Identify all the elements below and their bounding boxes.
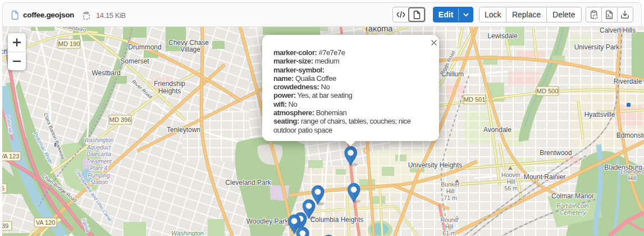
svg-text:Calvert Hills: Calvert Hills (600, 26, 636, 34)
svg-text:Mount Rainier: Mount Rainier (524, 173, 566, 181)
svg-text:Avondale: Avondale (483, 126, 511, 134)
svg-text:Round: Round (441, 216, 458, 223)
svg-text:Village: Village (180, 46, 200, 53)
svg-text:University Heights: University Heights (408, 161, 463, 169)
svg-text:Hill: Hill (507, 178, 515, 185)
svg-text:VA 120: VA 120 (36, 219, 56, 226)
svg-text:Lowndes: Lowndes (620, 168, 644, 175)
svg-text:Washington: Washington (171, 230, 204, 236)
svg-text:Tenleytown: Tenleytown (167, 126, 200, 134)
svg-text:Washington: Washington (84, 137, 114, 143)
svg-text:Hill: Hill (445, 223, 454, 230)
svg-text:Westbard: Westbard (92, 69, 120, 77)
svg-text:Colmar Manor: Colmar Manor (551, 192, 594, 200)
svg-text:Heights: Heights (158, 87, 181, 95)
svg-text:Woodley Park: Woodley Park (246, 217, 289, 225)
svg-text:61 m: 61 m (442, 230, 456, 236)
svg-text:Drummond: Drummond (128, 43, 161, 51)
svg-text:Cleveland Park: Cleveland Park (225, 179, 271, 187)
svg-text:Treatment: Treatment (86, 158, 112, 165)
svg-text:MD 500: MD 500 (537, 88, 559, 94)
svg-text:Bunker: Bunker (441, 181, 460, 188)
svg-text:Takoma: Takoma (364, 26, 394, 33)
svg-text:MD 501: MD 501 (464, 96, 486, 103)
svg-text:Lewisdale: Lewisdale (487, 32, 518, 40)
svg-text:56 m: 56 m (504, 185, 518, 192)
svg-text:Hyattsville: Hyattsville (584, 111, 615, 119)
svg-text:Friendship: Friendship (154, 80, 185, 88)
svg-text:Columbia Heights: Columbia Heights (310, 216, 364, 224)
svg-text:Pumping: Pumping (88, 173, 110, 179)
svg-text:Hill: Hill (628, 175, 637, 181)
svg-text:Edmonston: Edmonston (616, 131, 644, 139)
svg-text:71 m: 71 m (444, 194, 457, 201)
svg-text:MD 396: MD 396 (109, 116, 131, 123)
svg-text:39: 39 (2, 223, 8, 229)
svg-text:MD 190: MD 190 (58, 40, 80, 47)
svg-text:Cemetery: Cemetery (559, 209, 587, 216)
svg-text:Plant &: Plant & (90, 165, 108, 171)
svg-text:Aqueduct: Aqueduct (86, 144, 111, 151)
svg-text:Riverdale: Riverdale (614, 78, 642, 85)
svg-text:Station: Station (90, 179, 108, 185)
svg-text:Fort Lincoln: Fort Lincoln (556, 202, 588, 209)
svg-text:University Park: University Park (574, 43, 620, 51)
svg-text:Somerset: Somerset (120, 57, 149, 65)
svg-text:Hoover: Hoover (501, 171, 520, 178)
svg-text:Dalecarlia: Dalecarlia (86, 151, 112, 157)
svg-text:VA 123: VA 123 (2, 153, 19, 160)
svg-text:Hill: Hill (446, 188, 455, 194)
svg-text:ch: ch (2, 48, 7, 56)
svg-text:05: 05 (2, 185, 4, 192)
svg-text:Brentwood: Brentwood (540, 149, 572, 157)
